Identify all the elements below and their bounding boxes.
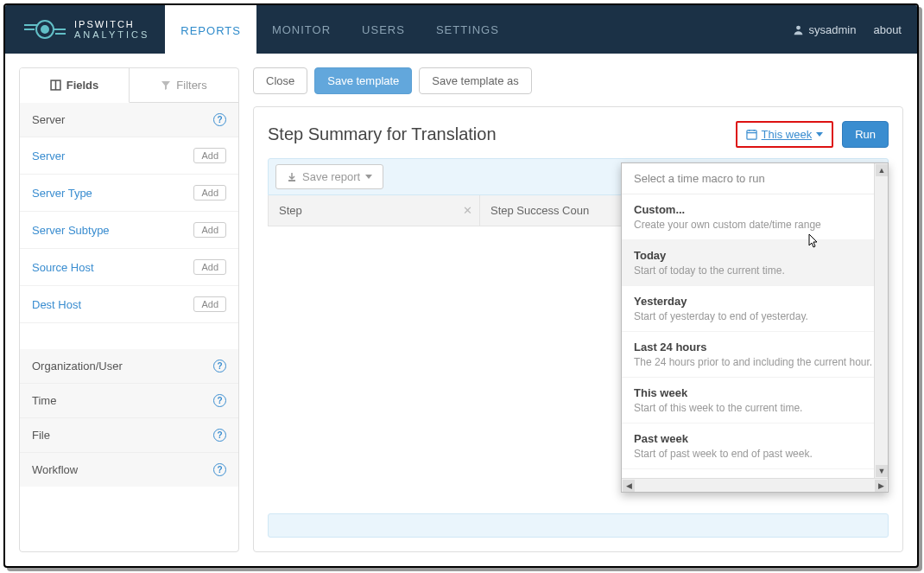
field-row: Server Subtype Add [20, 212, 238, 249]
dd-desc: Start of this week to the current time. [634, 402, 876, 414]
download-icon [287, 172, 297, 182]
category-label: Time [32, 394, 56, 407]
dropdown-item-last-24h[interactable]: Last 24 hours The 24 hours prior to and … [622, 332, 888, 378]
help-icon[interactable]: ? [213, 429, 226, 442]
category-label: Organization/User [32, 360, 123, 372]
help-icon[interactable]: ? [213, 360, 226, 372]
logo-icon [24, 16, 66, 42]
run-button[interactable]: Run [842, 121, 889, 148]
dd-desc: Start of today to the current time. [634, 264, 876, 277]
report-header: Step Summary for Translation This week R… [268, 121, 889, 148]
about-link[interactable]: about [873, 23, 902, 36]
brand-text: IPSWITCH ANALYTICS [74, 19, 149, 40]
nav-tab-monitor[interactable]: MONITOR [256, 5, 346, 54]
dd-title: Custom... [634, 203, 876, 216]
save-template-button[interactable]: Save template [314, 67, 412, 94]
category-gap [20, 323, 238, 349]
field-link-server-type[interactable]: Server Type [32, 187, 92, 200]
dropdown-item-past-week[interactable]: Past week Start of past week to end of p… [622, 423, 888, 469]
category-label: Workflow [32, 463, 78, 476]
time-range-selector[interactable]: This week [736, 121, 834, 148]
category-label: File [32, 429, 50, 442]
time-macro-dropdown: Select a time macro to run Custom... Cre… [621, 162, 889, 493]
add-button[interactable]: Add [193, 185, 226, 201]
nav-tab-settings[interactable]: SETTINGS [421, 5, 515, 54]
scroll-down-icon[interactable]: ▼ [876, 465, 888, 477]
dropdown-item-yesterday[interactable]: Yesterday Start of yesterday to end of y… [622, 286, 888, 332]
category-org-user[interactable]: Organization/User ? [20, 349, 238, 384]
dd-title: Last 24 hours [634, 341, 876, 353]
field-row: Dest Host Add [20, 286, 238, 323]
svg-rect-3 [747, 131, 756, 139]
add-button[interactable]: Add [193, 148, 226, 163]
content-body: Fields Filters Server ? Server Add Serve… [5, 54, 917, 566]
remove-column-icon[interactable]: ✕ [463, 204, 472, 217]
dd-title: This week [634, 386, 876, 399]
svg-rect-7 [288, 180, 295, 181]
sidebar-tabs: Fields Filters [20, 68, 238, 103]
category-time[interactable]: Time ? [20, 384, 238, 418]
dropdown-item-today[interactable]: Today Start of today to the current time… [622, 240, 888, 286]
column-label: Step Success Coun [490, 204, 589, 217]
nav-tab-users[interactable]: USERS [346, 5, 421, 54]
dd-title: Yesterday [634, 295, 876, 308]
nav-tab-reports[interactable]: REPORTS [165, 5, 256, 54]
help-icon[interactable]: ? [213, 113, 226, 126]
tab-fields-label: Fields [66, 79, 99, 92]
report-panel: Step Summary for Translation This week R… [253, 106, 903, 552]
dropdown-item-custom[interactable]: Custom... Create your own custom date/ti… [622, 194, 888, 240]
horizontal-scrollbar[interactable]: ◀ ▶ [622, 478, 888, 492]
user-menu[interactable]: sysadmin [793, 23, 857, 36]
dd-title: Past week [634, 432, 876, 445]
field-link-source-host[interactable]: Source Host [32, 261, 94, 274]
dropdown-header: Select a time macro to run [622, 163, 888, 194]
report-title: Step Summary for Translation [268, 124, 497, 144]
vertical-scrollbar[interactable]: ▲ ▼ [874, 163, 888, 478]
dd-desc: Start of yesterday to end of yesterday. [634, 310, 876, 322]
category-server-label: Server [32, 113, 65, 126]
category-file[interactable]: File ? [20, 418, 238, 453]
dd-title: Today [634, 249, 876, 262]
tab-filters[interactable]: Filters [130, 68, 238, 102]
column-header-step[interactable]: Step ✕ [269, 195, 480, 226]
user-icon [793, 24, 804, 35]
field-row: Server Type Add [20, 175, 238, 212]
columns-icon [50, 80, 61, 91]
brand-line2: ANALYTICS [74, 29, 149, 40]
brand-line1: IPSWITCH [74, 19, 149, 29]
tab-fields[interactable]: Fields [20, 68, 130, 103]
dropdown-scroll[interactable]: Select a time macro to run Custom... Cre… [622, 163, 888, 492]
save-report-label: Save report [302, 170, 360, 183]
dd-desc: Create your own custom date/time range [634, 219, 876, 231]
scroll-left-icon[interactable]: ◀ [623, 480, 635, 492]
help-icon[interactable]: ? [213, 394, 226, 407]
tab-filters-label: Filters [176, 79, 206, 92]
caret-down-icon [816, 132, 823, 137]
category-server[interactable]: Server ? [20, 103, 238, 137]
dropdown-item-this-week[interactable]: This week Start of this week to the curr… [622, 378, 888, 423]
add-button[interactable]: Add [193, 222, 226, 238]
template-toolbar: Close Save template Save template as [253, 67, 903, 94]
calendar-icon [746, 129, 757, 140]
grid-footer [268, 513, 889, 538]
save-template-as-button[interactable]: Save template as [419, 67, 531, 94]
field-link-dest-host[interactable]: Dest Host [32, 298, 81, 311]
scroll-up-icon[interactable]: ▲ [876, 164, 888, 176]
column-label: Step [279, 204, 302, 217]
nav-tabs: REPORTS MONITOR USERS SETTINGS [165, 5, 515, 54]
add-button[interactable]: Add [193, 259, 226, 275]
fields-sidebar: Fields Filters Server ? Server Add Serve… [19, 67, 239, 552]
save-report-button[interactable]: Save report [275, 164, 383, 189]
help-icon[interactable]: ? [213, 463, 226, 476]
field-link-server[interactable]: Server [32, 150, 65, 162]
brand-logo: IPSWITCH ANALYTICS [5, 16, 165, 42]
add-button[interactable]: Add [193, 296, 226, 312]
field-link-server-subtype[interactable]: Server Subtype [32, 224, 110, 237]
app-window: IPSWITCH ANALYTICS REPORTS MONITOR USERS… [3, 3, 919, 568]
time-range-label: This week [762, 128, 813, 141]
dd-desc: The 24 hours prior to and including the … [634, 356, 876, 368]
svg-point-0 [796, 25, 801, 29]
scroll-right-icon[interactable]: ▶ [875, 480, 887, 492]
close-button[interactable]: Close [253, 67, 307, 94]
category-workflow[interactable]: Workflow ? [20, 453, 238, 487]
